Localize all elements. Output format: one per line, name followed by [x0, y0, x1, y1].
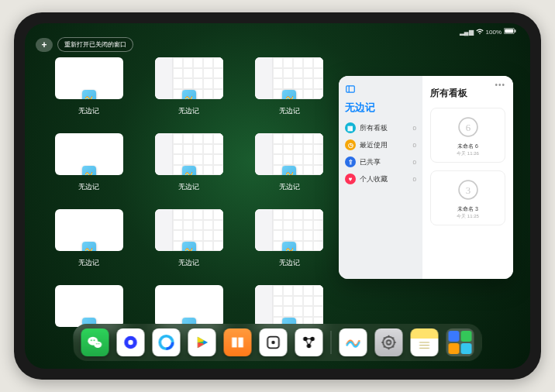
sidebar-item-icon: ▦: [345, 122, 356, 133]
more-icon[interactable]: •••: [495, 81, 505, 89]
window-thumbnail-label: 无边记: [78, 258, 99, 268]
dock-app-dice[interactable]: [260, 328, 288, 356]
freeform-app-icon: [182, 242, 196, 251]
svg-rect-3: [346, 86, 355, 92]
board-name: 未命名 3: [457, 205, 478, 213]
board-name: 未命名 6: [457, 143, 478, 150]
window-thumbnail-label: 无边记: [279, 106, 300, 116]
sidebar-toggle-icon[interactable]: [345, 84, 356, 95]
board-timestamp: 今天 11:25: [457, 213, 479, 220]
board-timestamp: 今天 11:26: [457, 150, 479, 157]
freeform-app-icon: [282, 242, 296, 251]
svg-point-27: [307, 344, 312, 349]
wifi-icon: [476, 27, 484, 36]
sidebar-item[interactable]: ▦所有看板0: [345, 122, 416, 133]
window-switcher-grid: 无边记无边记无边记无边记无边记无边记无边记无边记无边记无边记无边记无边记: [50, 57, 329, 344]
window-thumbnail-label: 无边记: [178, 258, 199, 268]
window-thumbnail[interactable]: 无边记: [50, 209, 128, 268]
window-thumbnail[interactable]: 无边记: [150, 133, 228, 192]
freeform-app-icon: [282, 166, 296, 175]
sidebar-item-label: 所有看板: [360, 123, 388, 133]
dock-app-settings[interactable]: [375, 328, 403, 356]
screen: ▂▄▆ 100% + 重新打开已关闭的窗口 无边记无边记无边记无边记无边记无边记…: [25, 23, 530, 369]
dock-app-wechat[interactable]: [81, 328, 109, 356]
svg-text:6: 6: [465, 122, 470, 133]
freeform-app-icon: [182, 90, 196, 99]
dock-app-play[interactable]: [188, 328, 216, 356]
sidebar-item[interactable]: ♥个人收藏0: [345, 174, 416, 184]
sidebar-item-count: 0: [413, 159, 416, 166]
svg-point-16: [128, 340, 133, 345]
status-bar: ▂▄▆ 100%: [25, 26, 530, 37]
svg-rect-2: [515, 29, 515, 33]
dock-app-hd-app[interactable]: [117, 328, 145, 356]
dock-app-notes[interactable]: [411, 328, 439, 356]
sidebar-item-icon: ⇪: [345, 156, 356, 167]
svg-marker-22: [203, 340, 208, 345]
window-thumbnail-label: 无边记: [78, 106, 99, 116]
dock-app-library[interactable]: [446, 328, 474, 356]
window-thumbnail-label: 无边记: [78, 182, 99, 192]
freeform-app-icon: [82, 242, 96, 251]
dock-separator: [331, 331, 332, 354]
freeform-panel: 无边记 ▦所有看板0◷最近使用0⇪已共享0♥个人收藏0 ••• 所有看板 6未命…: [339, 76, 513, 279]
svg-point-10: [94, 342, 102, 348]
window-thumbnail-label: 无边记: [178, 106, 199, 116]
window-thumbnail-label: 无边记: [279, 258, 300, 268]
svg-line-37: [384, 346, 385, 348]
panel-main-title: 所有看板: [430, 87, 505, 100]
sidebar-item-label: 个人收藏: [360, 174, 388, 184]
svg-line-34: [384, 338, 385, 339]
window-thumbnail[interactable]: 无边记: [50, 57, 128, 116]
sidebar-item-icon: ♥: [345, 174, 356, 184]
freeform-app-icon: [82, 166, 96, 175]
sidebar-item-label: 已共享: [360, 157, 381, 167]
reopen-closed-button[interactable]: 重新打开已关闭的窗口: [57, 37, 133, 52]
panel-sidebar-title: 无边记: [345, 101, 416, 115]
svg-point-24: [271, 341, 274, 344]
svg-point-13: [96, 343, 97, 344]
board-card[interactable]: 6未命名 6今天 11:26: [430, 108, 505, 163]
window-thumbnail[interactable]: 无边记: [150, 57, 228, 116]
svg-line-36: [392, 338, 394, 339]
board-card[interactable]: 3未命名 3今天 11:25: [430, 170, 505, 225]
sidebar-item-label: 最近使用: [360, 140, 388, 150]
window-thumbnail[interactable]: 无边记: [150, 209, 228, 268]
sidebar-item[interactable]: ⇪已共享0: [345, 156, 416, 167]
window-thumbnail[interactable]: 无边记: [50, 133, 128, 192]
add-button[interactable]: +: [36, 38, 53, 52]
board-preview: 6: [451, 113, 485, 141]
ipad-frame: ▂▄▆ 100% + 重新打开已关闭的窗口 无边记无边记无边记无边记无边记无边记…: [14, 12, 541, 380]
window-thumbnail[interactable]: 无边记: [250, 57, 329, 116]
svg-line-35: [392, 346, 394, 348]
svg-point-14: [98, 343, 99, 344]
sidebar-item-count: 0: [413, 142, 416, 149]
battery-label: 100%: [486, 29, 502, 36]
freeform-app-icon: [282, 90, 296, 99]
sidebar-item[interactable]: ◷最近使用0: [345, 139, 416, 150]
battery-icon: [504, 28, 516, 36]
sidebar-item-icon: ◷: [345, 139, 356, 150]
window-thumbnail[interactable]: 无边记: [250, 209, 329, 268]
dock-app-nodes[interactable]: [295, 328, 323, 356]
window-thumbnail[interactable]: 无边记: [250, 133, 329, 192]
freeform-app-icon: [82, 90, 96, 99]
panel-sidebar: 无边记 ▦所有看板0◷最近使用0⇪已共享0♥个人收藏0: [339, 76, 422, 279]
window-thumbnail-label: 无边记: [178, 182, 199, 192]
dock: [74, 324, 482, 361]
svg-rect-1: [505, 29, 513, 33]
svg-text:3: 3: [465, 185, 470, 196]
sidebar-item-count: 0: [413, 125, 416, 132]
dock-app-freeform[interactable]: [340, 328, 367, 356]
top-toolbar: + 重新打开已关闭的窗口: [36, 37, 133, 52]
svg-point-29: [387, 340, 391, 345]
svg-point-11: [91, 339, 92, 341]
freeform-app-icon: [182, 166, 196, 175]
svg-point-12: [94, 339, 95, 341]
dock-app-books[interactable]: [224, 328, 252, 356]
signal-icon: ▂▄▆: [460, 29, 474, 36]
panel-main: ••• 所有看板 6未命名 6今天 11:263未命名 3今天 11:25: [422, 76, 513, 279]
window-thumbnail-label: 无边记: [279, 182, 300, 192]
sidebar-item-count: 0: [413, 176, 416, 183]
dock-app-browser[interactable]: [153, 328, 181, 356]
